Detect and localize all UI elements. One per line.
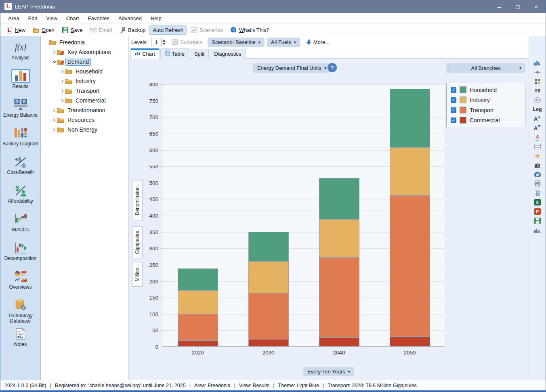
camera-icon[interactable] (533, 171, 542, 178)
maximize-button[interactable]: □ (508, 0, 527, 13)
tab-diagnostics[interactable]: Diagnostics (210, 49, 246, 59)
gridlines-icon[interactable] (533, 143, 542, 150)
excel-export-icon[interactable]: X (533, 199, 542, 206)
menu-item-edit[interactable]: Edit (23, 14, 41, 23)
font-decrease-icon[interactable]: A (533, 124, 542, 132)
bar-segment-industry[interactable] (390, 147, 430, 195)
chevron-right-icon[interactable] (59, 99, 65, 103)
chevron-down-icon[interactable] (51, 60, 57, 64)
tree-item-commercial[interactable]: Commercial (41, 96, 128, 105)
branches-dropdown[interactable]: All Branches ▾ (446, 63, 525, 73)
tree-item-non-energy[interactable]: Non Energy (41, 125, 128, 134)
interval-dropdown[interactable]: Every Ten Years ▾ (303, 367, 354, 376)
bar-segment-transport[interactable] (178, 314, 218, 340)
bar-segment-industry[interactable] (178, 290, 218, 314)
legend-item-industry[interactable]: ✓Industry (451, 96, 521, 103)
highlight-icon[interactable] (533, 152, 542, 159)
levels-stepper[interactable]: 1 (151, 38, 166, 46)
tree-item-transformation[interactable]: Transformation (41, 105, 128, 115)
sidebar-item-notes[interactable]: Notes (0, 325, 40, 354)
minimize-button[interactable]: – (490, 0, 508, 13)
tree-item-household[interactable]: Household (41, 67, 128, 76)
labels-icon[interactable]: ab (533, 161, 542, 169)
chevron-right-icon[interactable] (59, 89, 65, 93)
chart-settings-icon[interactable] (533, 226, 542, 234)
what-s-this-button[interactable]: ?What's This? (227, 25, 273, 35)
sidebar-item-results[interactable]: Results (0, 67, 40, 96)
color-palette-icon[interactable] (533, 78, 542, 85)
open-button[interactable]: Open (29, 25, 58, 35)
bar-segment-commercial[interactable] (248, 339, 289, 346)
bar-segment-commercial[interactable] (319, 337, 359, 346)
bar-segment-household[interactable] (178, 268, 218, 290)
three-d-icon[interactable]: 3D (533, 96, 542, 104)
menu-item-help[interactable]: Help (146, 14, 166, 23)
tree-item-transport[interactable]: Transport (41, 86, 128, 96)
more-button[interactable]: More... (306, 39, 330, 45)
tree-item-key-assumptions[interactable]: Key Assumptions (41, 47, 128, 57)
sidebar-item-cost-benefit[interactable]: +$-$Cost-Benefit (0, 153, 40, 182)
legend-item-commercial[interactable]: ✓Commercial (451, 117, 521, 124)
bar-segment-household[interactable] (248, 232, 289, 262)
help-icon[interactable]: ? (328, 63, 337, 72)
chevron-right-icon[interactable] (51, 109, 57, 112)
point-marker-icon[interactable] (533, 69, 542, 76)
new-button[interactable]: New (3, 25, 29, 35)
y-axis-zero-icon[interactable]: Y0 (533, 87, 542, 94)
sidebar-item-sankey-diagram[interactable]: Sankey Diagram (0, 124, 40, 153)
powerpoint-export-icon[interactable]: P (533, 208, 542, 215)
font-increase-icon[interactable]: A (533, 115, 542, 122)
auto-refresh-button[interactable]: Auto Refresh (149, 26, 187, 34)
tree-item-freedonia[interactable]: Freedonia (41, 38, 128, 47)
log-scale-icon[interactable]: Log (533, 106, 542, 113)
menu-item-area[interactable]: Area (4, 14, 23, 23)
sidebar-item-maccs[interactable]: MACCs (0, 210, 40, 239)
sidebar-item-overviews[interactable]: Overviews (0, 268, 40, 296)
save-chart-icon[interactable] (533, 217, 542, 224)
sidebar-item-energy-balance[interactable]: DSEnergy Balance (0, 96, 40, 124)
tree-item-industry[interactable]: Industry (41, 76, 128, 86)
bar-segment-transport[interactable] (248, 293, 289, 339)
chart-gallery-icon[interactable] (533, 59, 542, 67)
sidebar-item-decomposition[interactable]: Decomposition (0, 239, 40, 268)
bar-segment-industry[interactable] (248, 262, 289, 293)
bar-segment-commercial[interactable] (390, 336, 430, 346)
levels-value[interactable]: 1 (151, 38, 162, 46)
sidebar-item-affordability[interactable]: $Affordability (0, 182, 40, 210)
legend-item-transport[interactable]: ✓Transport (451, 107, 521, 113)
sidebar-item-technology-database[interactable]: Technology Database (0, 296, 40, 325)
bar-segment-industry[interactable] (319, 219, 359, 258)
copy-icon[interactable] (533, 189, 542, 197)
close-button[interactable]: × (527, 0, 546, 13)
menu-item-chart[interactable]: Chart (62, 14, 84, 23)
legend-checkbox[interactable]: ✓ (451, 97, 456, 103)
axis-unit-button-gigajoules[interactable]: Gigajoules (132, 226, 143, 258)
units-dropdown[interactable]: Energy Demand Final Units ▾ (253, 63, 330, 73)
legend-checkbox[interactable]: ✓ (451, 107, 456, 113)
bar-segment-household[interactable] (319, 178, 359, 219)
fuels-dropdown[interactable]: All Fuels ▾ (267, 38, 300, 47)
axis-unit-button-million[interactable]: Million (132, 262, 143, 287)
printer-icon[interactable] (533, 180, 542, 187)
tab-table[interactable]: Table (160, 48, 189, 59)
chevron-right-icon[interactable] (59, 80, 65, 83)
chevron-right-icon[interactable] (51, 50, 57, 54)
tab-chart[interactable]: Chart (130, 48, 160, 59)
legend-checkbox[interactable]: ✓ (451, 117, 456, 123)
menu-item-favorites[interactable]: Favorites (84, 14, 114, 23)
scenario-dropdown[interactable]: Scenario: Baseline ▾ (208, 38, 264, 47)
bar-segment-transport[interactable] (319, 258, 359, 337)
bar-segment-household[interactable] (390, 89, 430, 147)
legend-checkbox[interactable]: ✓ (451, 87, 456, 93)
bar-segment-commercial[interactable] (178, 340, 218, 346)
menu-item-advanced[interactable]: Advanced (114, 14, 146, 23)
chevron-right-icon[interactable] (51, 118, 57, 122)
tree-item-resources[interactable]: Resources (41, 115, 128, 125)
font-color-icon[interactable]: A (533, 134, 542, 141)
backup-button[interactable]: Backup (116, 25, 149, 35)
levels-spin-arrows[interactable] (162, 40, 166, 45)
legend-item-household[interactable]: ✓Household (451, 86, 521, 93)
bar-segment-transport[interactable] (390, 195, 430, 336)
chevron-right-icon[interactable] (59, 70, 65, 73)
menu-item-view[interactable]: View (42, 14, 62, 23)
